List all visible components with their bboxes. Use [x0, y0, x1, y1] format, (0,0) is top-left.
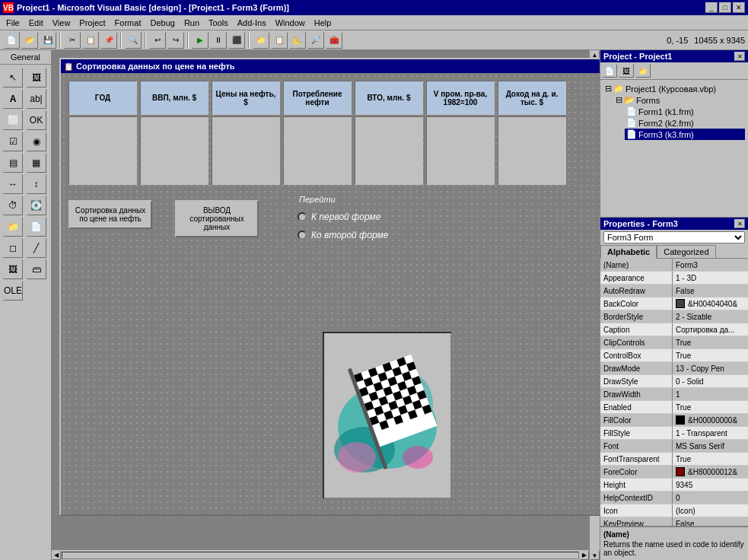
props-val-helpcontextid[interactable]: 0: [673, 492, 748, 504]
tool-drive[interactable]: 💽: [27, 196, 46, 215]
props-val-autoredraw[interactable]: False: [673, 285, 748, 297]
props-val-clipcontrols[interactable]: True: [673, 336, 748, 348]
tool-pointer[interactable]: ↖: [3, 68, 23, 88]
tool-checkbox[interactable]: ☑: [3, 132, 23, 151]
props-val-fonttransparent[interactable]: True: [673, 453, 748, 465]
tree-view-object[interactable]: 🖼: [619, 64, 634, 78]
tool-listbox[interactable]: ▦: [27, 153, 46, 173]
props-val-appearance[interactable]: 1 - 3D: [673, 272, 748, 284]
tree-form3[interactable]: 📄 Form3 (k3.frm): [625, 129, 745, 140]
toolbar-projexplorer[interactable]: 📁: [253, 32, 269, 49]
tree-root[interactable]: ⊟ 📁 Project1 (Курсовая.vbp): [603, 83, 745, 94]
tool-combobox[interactable]: ▤: [3, 153, 23, 173]
toolbar-copy[interactable]: 📋: [82, 32, 99, 49]
project-close-btn[interactable]: ✕: [734, 52, 745, 61]
toolbar-redo[interactable]: ↪: [167, 32, 184, 49]
minimize-button[interactable]: _: [705, 2, 718, 13]
props-val-height[interactable]: 9345: [673, 479, 748, 491]
radio-form2-label: Ко второй форме: [311, 230, 388, 240]
toolbar-paste[interactable]: 📌: [100, 32, 117, 49]
props-val-controlbox[interactable]: True: [673, 349, 748, 361]
toolbar-properties[interactable]: 📋: [271, 32, 288, 49]
radio-circle-1[interactable]: [298, 212, 307, 221]
hscrollbar[interactable]: ◀ ▶: [52, 549, 589, 560]
tree-form2[interactable]: 📄 Form2 (k2.frm): [625, 117, 745, 129]
tool-textbox[interactable]: ab|: [27, 89, 46, 109]
props-val-icon[interactable]: (Icon): [673, 504, 748, 517]
toolbar-pause[interactable]: ⏸: [210, 32, 227, 49]
col-header-vprom: V пром. пр-ва, 1982=100: [426, 81, 495, 115]
menu-help[interactable]: Help: [310, 17, 336, 29]
radio-form2[interactable]: Ко второй форме: [298, 230, 441, 240]
toolbox-tab[interactable]: General: [0, 50, 51, 65]
menu-format[interactable]: Format: [110, 17, 146, 29]
toolbar-open[interactable]: 📂: [21, 32, 38, 49]
menu-addins[interactable]: Add-Ins: [233, 17, 271, 29]
toolbar-cut[interactable]: ✂: [64, 32, 81, 49]
tool-dir[interactable]: 📁: [3, 217, 23, 237]
props-val-font[interactable]: MS Sans Serif: [673, 440, 748, 452]
props-val-name[interactable]: Form3: [673, 259, 748, 271]
tool-vscrollbar[interactable]: ↕: [27, 174, 46, 194]
tree-view-code[interactable]: 📄: [602, 64, 617, 78]
tree-form1[interactable]: 📄 Form1 (k1.frm): [625, 106, 745, 117]
props-object-select[interactable]: Form3 Form: [603, 231, 745, 243]
tool-image[interactable]: 🖼: [3, 259, 23, 279]
tool-data[interactable]: 🗃: [27, 259, 46, 279]
tool-label[interactable]: A: [3, 89, 23, 109]
tool-file[interactable]: 📄: [27, 217, 46, 237]
props-val-backcolor[interactable]: &H00404040&: [673, 298, 748, 310]
tool-optionbutton[interactable]: ◉: [27, 132, 46, 151]
radio-circle-2[interactable]: [298, 231, 307, 240]
toolbar-undo[interactable]: ↩: [149, 32, 166, 49]
props-object-row: Form3 Form: [600, 230, 748, 245]
props-val-borderstyle[interactable]: 2 - Sizable: [673, 310, 748, 323]
toolbar-stop[interactable]: ⬛: [228, 32, 245, 49]
toolbar-objbrowser[interactable]: 🔎: [307, 32, 324, 49]
menu-run[interactable]: Run: [180, 17, 204, 29]
props-row-name: (Name) Form3: [600, 259, 748, 272]
props-val-enabled[interactable]: True: [673, 401, 748, 413]
maximize-button[interactable]: □: [719, 2, 731, 13]
props-val-drawwidth[interactable]: 1: [673, 388, 748, 400]
props-val-fillcolor[interactable]: &H00000000&: [673, 414, 748, 426]
tab-alphabetic[interactable]: Alphabetic: [600, 245, 657, 259]
props-val-drawmode[interactable]: 13 - Copy Pen: [673, 362, 748, 374]
props-val-caption[interactable]: Сортировка да...: [673, 323, 748, 336]
tool-shape[interactable]: ◻: [3, 238, 23, 258]
tree-toggle[interactable]: 📁: [635, 64, 651, 78]
toolbar-find[interactable]: 🔍: [125, 32, 142, 49]
radio-form1[interactable]: К первой форме: [298, 212, 441, 222]
menu-edit[interactable]: Edit: [24, 17, 48, 29]
menu-view[interactable]: View: [48, 17, 75, 29]
toolbar-formlayout[interactable]: 📐: [289, 32, 306, 49]
close-button[interactable]: ✕: [733, 2, 745, 13]
tool-hscrollbar[interactable]: ↔: [3, 174, 23, 194]
props-close-btn[interactable]: ✕: [734, 219, 745, 228]
tool-picture[interactable]: 🖼: [27, 68, 46, 88]
toolbar-run[interactable]: ▶: [192, 32, 208, 49]
menu-window[interactable]: Window: [271, 17, 310, 29]
tool-line[interactable]: ╱: [27, 238, 46, 258]
tool-commandbutton[interactable]: OK: [27, 110, 46, 130]
tool-frame[interactable]: ⬜: [3, 110, 23, 130]
props-val-drawstyle[interactable]: 0 - Solid: [673, 375, 748, 387]
menu-project[interactable]: Project: [75, 17, 110, 29]
menu-tools[interactable]: Tools: [204, 17, 233, 29]
menu-file[interactable]: File: [2, 17, 24, 29]
tool-ole[interactable]: OLE: [3, 281, 23, 301]
toolbar-new[interactable]: 📄: [3, 32, 20, 49]
output-button[interactable]: ВЫВОД сортированных данных: [175, 200, 259, 237]
props-val-keypreview[interactable]: False: [673, 517, 748, 526]
project-title-text: Project - Project1: [603, 52, 672, 61]
props-val-fillstyle[interactable]: 1 - Transparent: [673, 427, 748, 439]
props-val-forecolor[interactable]: &H80000012&: [673, 466, 748, 478]
col-body-vto: [355, 116, 423, 185]
tab-categorized[interactable]: Categorized: [657, 245, 715, 258]
toolbar-toolbox[interactable]: 🧰: [326, 32, 342, 49]
toolbar-save[interactable]: 💾: [40, 32, 56, 49]
sort-button[interactable]: Сортировка данных по цене на нефть: [68, 200, 152, 229]
menu-debug[interactable]: Debug: [145, 17, 179, 29]
tool-timer[interactable]: ⏱: [3, 196, 23, 215]
tree-forms-folder[interactable]: ⊟ 📂 Forms: [614, 94, 745, 106]
